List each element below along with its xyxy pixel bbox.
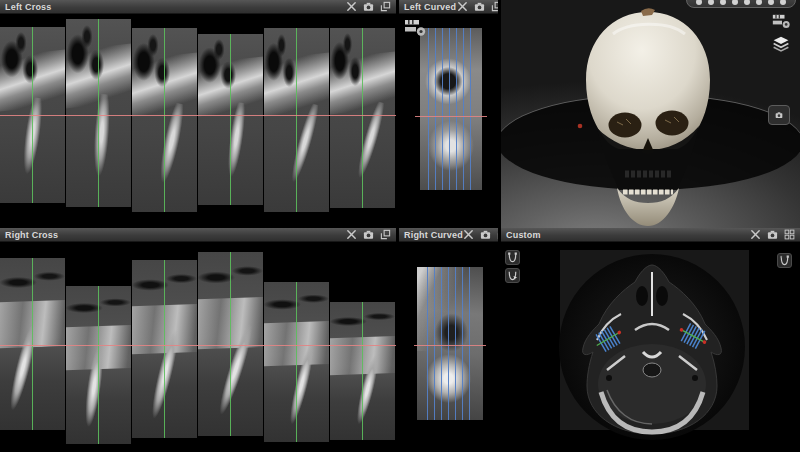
panel-title: Left Cross (5, 2, 52, 12)
ct-slice-tile[interactable] (264, 28, 329, 212)
popout-icon[interactable] (379, 229, 391, 241)
axial-plane-line[interactable] (414, 345, 486, 346)
right-cross-header: Right Cross (0, 228, 396, 242)
left-cross-header: Left Cross (0, 0, 396, 14)
tools-icon[interactable] (345, 229, 357, 241)
slice-indicator-line[interactable] (164, 28, 165, 212)
ct-slice-tile[interactable] (330, 302, 395, 440)
cross-plane-line[interactable] (428, 28, 429, 190)
left-cross-viewport[interactable] (0, 14, 396, 228)
ct-slice-tile[interactable] (198, 34, 263, 205)
panel-left-cross: Left Cross (0, 0, 396, 228)
panel-right-curved: Right Curved (399, 228, 498, 452)
toolbar-button[interactable] (708, 0, 714, 5)
tools-icon[interactable] (463, 229, 475, 241)
ct-slice-tile[interactable] (198, 252, 263, 436)
ct-slice-tile[interactable] (264, 282, 329, 442)
panel-3d-volume (501, 0, 800, 228)
panel-title: Left Curved (404, 2, 456, 12)
tools-icon[interactable] (749, 229, 761, 241)
custom-viewport[interactable] (501, 242, 800, 452)
axial-plane-line[interactable] (0, 345, 396, 346)
ct-slice-tile[interactable] (132, 260, 197, 438)
toolbar-button[interactable] (732, 0, 738, 5)
header-toolbar (463, 229, 498, 241)
cross-plane-line[interactable] (463, 28, 464, 190)
slice-indicator-line[interactable] (98, 286, 99, 444)
ct-slice-tile[interactable] (66, 19, 131, 207)
ct-slice-tile[interactable] (66, 286, 131, 444)
slice-indicator-line[interactable] (230, 252, 231, 436)
cross-plane-line[interactable] (442, 28, 443, 190)
cross-plane-line[interactable] (462, 267, 463, 420)
slice-indicator-line[interactable] (296, 282, 297, 442)
curved-slice-image[interactable] (417, 267, 483, 420)
volume-3d-viewport[interactable] (501, 0, 800, 228)
snapshot-button[interactable] (768, 105, 790, 125)
custom-header: Custom (501, 228, 800, 242)
right-curved-viewport[interactable] (399, 242, 498, 452)
panel-left-curved: Left Curved (399, 0, 498, 228)
popout-icon[interactable] (379, 1, 391, 13)
toolbar-button[interactable] (720, 0, 726, 5)
slice-indicator-line[interactable] (32, 258, 33, 430)
cross-plane-line[interactable] (455, 267, 456, 420)
header-toolbar (456, 1, 498, 13)
toolbar-button[interactable] (768, 0, 774, 5)
axial-plane-line[interactable] (415, 116, 487, 117)
panel-custom: Custom (501, 228, 800, 452)
cross-plane-line[interactable] (469, 267, 470, 420)
popout-icon[interactable] (490, 1, 498, 13)
ct-slice-tile[interactable] (330, 28, 395, 208)
curved-slice-image[interactable] (420, 28, 482, 190)
right-cross-viewport[interactable] (0, 242, 396, 452)
tools-icon[interactable] (456, 1, 468, 13)
cross-plane-line[interactable] (434, 267, 435, 420)
cross-plane-line[interactable] (427, 267, 428, 420)
slice-indicator-line[interactable] (164, 260, 165, 438)
toolbar-button[interactable] (696, 0, 702, 5)
panel-title: Right Curved (404, 230, 463, 240)
layout-grid-icon[interactable] (783, 229, 795, 241)
header-toolbar (345, 229, 391, 241)
snapshot-icon[interactable] (362, 1, 374, 13)
toolbar-button[interactable] (744, 0, 750, 5)
slice-settings-icon[interactable] (404, 18, 428, 41)
snapshot-icon[interactable] (480, 229, 492, 241)
cross-plane-line[interactable] (449, 28, 450, 190)
cross-plane-line[interactable] (435, 28, 436, 190)
right-curved-header: Right Curved (399, 228, 498, 242)
snapshot-icon[interactable] (473, 1, 485, 13)
ct-slice-tile[interactable] (132, 28, 197, 212)
slice-indicator-line[interactable] (362, 302, 363, 440)
tools-icon[interactable] (345, 1, 357, 13)
cross-plane-line[interactable] (441, 267, 442, 420)
axial-ct-slice[interactable] (557, 252, 747, 442)
ct-slice-tile[interactable] (0, 258, 65, 430)
toolbar-button[interactable] (780, 0, 786, 5)
axial-plane-line[interactable] (0, 115, 396, 116)
slice-settings-icon[interactable] (772, 13, 792, 33)
slice-indicator-line[interactable] (296, 28, 297, 212)
view3d-floating-toolbar (686, 0, 796, 8)
cross-plane-line[interactable] (448, 267, 449, 420)
snapshot-icon[interactable] (766, 229, 778, 241)
cross-plane-line[interactable] (470, 28, 471, 190)
cross-plane-line[interactable] (456, 28, 457, 190)
left-curved-header: Left Curved (399, 0, 498, 14)
arch-curve-pick-button[interactable] (505, 268, 520, 283)
arch-curve-right-button[interactable] (777, 253, 792, 268)
left-curved-viewport[interactable] (399, 14, 498, 228)
layers-icon[interactable] (771, 35, 791, 56)
snapshot-icon[interactable] (362, 229, 374, 241)
slice-indicator-line[interactable] (230, 34, 231, 205)
slice-indicator-line[interactable] (98, 19, 99, 207)
popout-icon[interactable] (497, 229, 498, 241)
panel-title: Right Cross (5, 230, 58, 240)
skull-3d-render[interactable] (573, 4, 723, 228)
arch-curve-edit-button[interactable] (505, 250, 520, 265)
app-window: Left Cross Left Curved (0, 0, 800, 452)
header-toolbar (345, 1, 391, 13)
toolbar-button[interactable] (756, 0, 762, 5)
slice-indicator-line[interactable] (362, 28, 363, 208)
